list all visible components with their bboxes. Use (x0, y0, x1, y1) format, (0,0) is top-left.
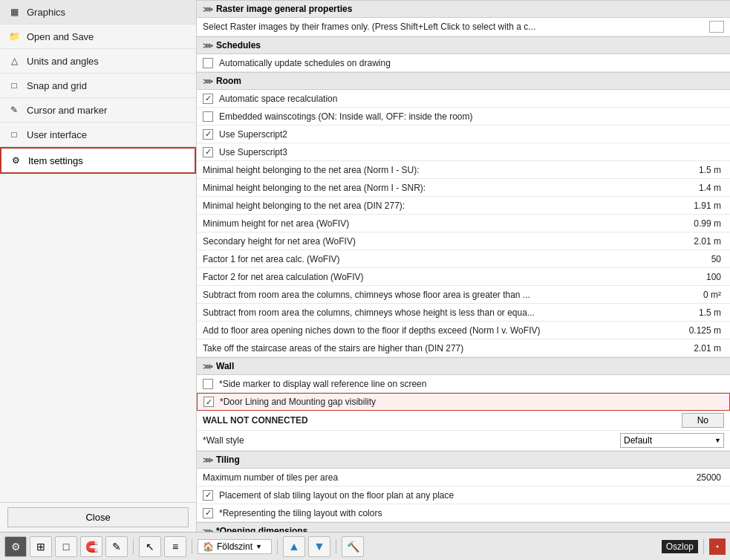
down-button[interactable]: ▼ (308, 536, 330, 557)
close-area: Close (0, 502, 196, 532)
collapse-icon-tiling: ⋙ (203, 456, 213, 464)
gear-button[interactable]: ⚙ (4, 536, 27, 557)
room-row-9: Factor 1 for net area calc. (WoFIV)50 (197, 250, 730, 268)
cursor-button[interactable]: ↖ (139, 536, 161, 557)
wall-not-connected-row: WALL NOT CONNECTED No (197, 411, 730, 431)
sidebar: ▦Graphics📁Open and Save△Units and angles… (0, 0, 197, 532)
room-label-11: Subtract from room area the columns, chi… (203, 290, 635, 300)
room-value-13: 0.125 m (635, 325, 724, 336)
sidebar-icon-cursor-marker: ✎ (7, 103, 21, 117)
room-value-9: 50 (635, 254, 724, 264)
room-checkbox-2[interactable] (203, 129, 213, 140)
wall-style-label: *Wall style (203, 435, 620, 446)
collapse-icon-room: ⋙ (203, 77, 213, 85)
list-button[interactable]: ≡ (164, 536, 186, 557)
square-button[interactable]: □ (55, 536, 77, 557)
room-value-7: 0.99 m (635, 218, 724, 229)
room-row-4: Minimal height belonging to the net area… (197, 161, 730, 179)
wall-not-connected-button[interactable]: No (682, 413, 724, 428)
room-row-14: Take off the staircase areas of the stai… (197, 339, 730, 357)
sidebar-item-open-save[interactable]: 📁Open and Save (0, 25, 196, 49)
section-schedules-label: Schedules (216, 40, 261, 51)
section-opening-label: *Opening dimensions (216, 526, 307, 532)
wall-label-1: *Door Lining and Mounting gap visibility (220, 397, 723, 407)
tiling-checkbox-2[interactable] (203, 508, 213, 518)
sidebar-icon-open-save: 📁 (7, 30, 21, 43)
collapse-icon-raster: ⋙ (203, 5, 213, 13)
auto-update-row: Automatically update schedules on drawin… (197, 54, 730, 72)
sidebar-icon-user-interface: □ (7, 128, 21, 141)
room-value-10: 100 (635, 272, 724, 282)
room-label-2: Use Superscript2 (219, 129, 724, 140)
wall-label-0: *Side marker to display wall reference l… (219, 379, 724, 389)
floor-dropdown[interactable]: 🏠 Földszint ▼ (198, 539, 272, 554)
pencil-button[interactable]: ✎ (105, 536, 128, 557)
section-room-label: Room (216, 76, 241, 86)
section-room: ⋙ Room (197, 72, 730, 90)
toolbar-sep-2 (192, 539, 192, 554)
room-checkbox-0[interactable] (203, 94, 213, 104)
section-raster: ⋙ Raster image general properties (197, 0, 730, 18)
room-label-10: Factor 2 for net area calculation (WoFIV… (203, 272, 635, 282)
wall-style-select-wrap: Default (620, 433, 724, 448)
sidebar-icon-units-angles: △ (7, 54, 21, 68)
collapse-icon-schedules: ⋙ (203, 42, 213, 50)
room-value-12: 1.5 m (635, 307, 724, 318)
sidebar-label-snap-grid: Snap and grid (27, 80, 87, 91)
column-label: Oszlop (662, 540, 698, 553)
section-tiling: ⋙ Tiling (197, 451, 730, 469)
room-row-12: Subtract from room area the columns, chi… (197, 304, 730, 322)
room-row-1: Embedded wainscotings (ON: Inside wall, … (197, 108, 730, 126)
raster-select-text: Select Raster images by their frames onl… (203, 22, 705, 32)
sidebar-icon-item-settings: ⚙ (9, 154, 22, 167)
wall-row-1: *Door Lining and Mounting gap visibility (197, 393, 730, 411)
auto-update-checkbox[interactable] (203, 58, 213, 68)
sidebar-label-user-interface: User interface (27, 129, 87, 140)
collapse-icon-wall: ⋙ (203, 362, 213, 371)
sidebar-item-snap-grid[interactable]: □Snap and grid (0, 74, 196, 98)
content-panel: ⋙ Raster image general properties Select… (197, 0, 730, 532)
sidebar-item-cursor-marker[interactable]: ✎Cursor and marker (0, 98, 196, 123)
auto-update-label: Automatically update schedules on drawin… (219, 58, 724, 68)
room-value-8: 2.01 m (635, 236, 724, 247)
tiling-label-2: *Representing the tiling layout with col… (219, 508, 724, 518)
floor-label: Földszint (217, 541, 252, 552)
room-row-13: Add to floor area opening niches down to… (197, 322, 730, 339)
toolbar-sep-3 (277, 539, 278, 554)
sidebar-label-open-save: Open and Save (27, 31, 94, 42)
section-raster-label: Raster image general properties (216, 4, 352, 14)
wall-style-select[interactable]: Default (620, 433, 724, 448)
tiling-label-0: Maximum number of tiles per area (203, 472, 635, 483)
tiling-value-0: 25000 (635, 472, 724, 483)
tiling-checkbox-1[interactable] (203, 490, 213, 501)
room-row-7: Minimum height for net area (WoFIV)0.99 … (197, 215, 730, 232)
main-container: ▦Graphics📁Open and Save△Units and angles… (0, 0, 730, 532)
grid-button[interactable]: ⊞ (30, 536, 52, 557)
room-row-8: Secondary height for net area (WoFIV)2.0… (197, 232, 730, 250)
wall-checkbox-1[interactable] (203, 397, 214, 407)
red-button[interactable]: ▪ (709, 538, 726, 555)
raster-select-box[interactable] (709, 21, 724, 33)
room-value-14: 2.01 m (635, 343, 724, 354)
section-schedules: ⋙ Schedules (197, 36, 730, 54)
sidebar-item-units-angles[interactable]: △Units and angles (0, 49, 196, 74)
sidebar-item-user-interface[interactable]: □User interface (0, 123, 196, 147)
sidebar-item-graphics[interactable]: ▦Graphics (0, 0, 196, 25)
room-row-6: Minimal height belonging to the net area… (197, 197, 730, 215)
room-label-12: Subtract from room area the columns, chi… (203, 307, 635, 318)
close-button[interactable]: Close (7, 507, 189, 527)
magnet-button[interactable]: 🧲 (80, 536, 102, 557)
hammer-button[interactable]: 🔨 (342, 536, 364, 557)
room-checkbox-1[interactable] (203, 111, 213, 122)
up-button[interactable]: ▲ (283, 536, 305, 557)
wall-checkbox-0[interactable] (203, 379, 213, 389)
room-label-6: Minimal height belonging to the net area… (203, 201, 635, 211)
room-label-13: Add to floor area opening niches down to… (203, 325, 635, 336)
sidebar-item-item-settings[interactable]: ⚙Item settings (0, 147, 196, 174)
room-checkbox-3[interactable] (203, 147, 213, 157)
sidebar-label-graphics: Graphics (27, 7, 65, 18)
section-opening: ⋙ *Opening dimensions (197, 522, 730, 532)
room-label-8: Secondary height for net area (WoFIV) (203, 236, 635, 247)
content-scroll[interactable]: ⋙ Raster image general properties Select… (197, 0, 730, 532)
room-row-10: Factor 2 for net area calculation (WoFIV… (197, 268, 730, 286)
